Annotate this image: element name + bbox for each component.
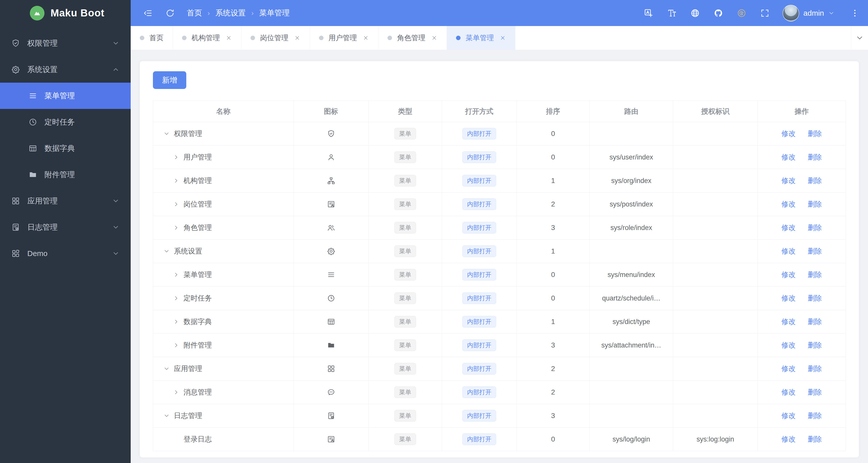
delete-link[interactable]: 删除 — [808, 435, 822, 443]
expand-row-icon[interactable] — [172, 153, 181, 161]
sidebar-item-系统设置[interactable]: 系统设置 — [0, 56, 131, 83]
github-icon[interactable] — [713, 7, 724, 19]
sidebar-item-附件管理[interactable]: 附件管理 — [0, 161, 131, 188]
avatar[interactable] — [782, 5, 799, 22]
menu-name: 日志管理 — [174, 411, 202, 421]
perm-value: sys:log:login — [673, 428, 758, 451]
delete-link[interactable]: 删除 — [808, 177, 822, 185]
open-type-badge: 内部打开 — [462, 198, 496, 210]
route-value: quartz/schedule/i… — [590, 286, 673, 310]
table-row: 附件管理 菜单 内部打开 3 sys/attachment/in… 修改 删除 — [153, 334, 846, 357]
tab-用户管理[interactable]: 用户管理 — [310, 26, 378, 50]
edit-link[interactable]: 修改 — [781, 224, 796, 232]
collapse-row-icon[interactable] — [162, 365, 171, 373]
edit-link[interactable]: 修改 — [781, 341, 796, 349]
delete-link[interactable]: 删除 — [808, 130, 822, 137]
edit-link[interactable]: 修改 — [781, 435, 796, 443]
fullscreen-icon[interactable] — [759, 7, 770, 19]
gitee-icon[interactable] — [736, 7, 747, 19]
globe-icon[interactable] — [689, 7, 701, 19]
breadcrumb-section[interactable]: 系统设置 — [215, 8, 246, 18]
delete-link[interactable]: 删除 — [808, 318, 822, 326]
sidebar-item-数据字典[interactable]: 数据字典 — [0, 135, 131, 161]
delete-link[interactable]: 删除 — [808, 153, 822, 161]
chevron-down-icon — [112, 250, 120, 257]
delete-link[interactable]: 删除 — [808, 341, 822, 349]
tab-菜单管理[interactable]: 菜单管理 — [447, 26, 516, 50]
edit-link[interactable]: 修改 — [781, 177, 796, 185]
delete-link[interactable]: 删除 — [808, 412, 822, 420]
edit-link[interactable]: 修改 — [781, 271, 796, 278]
expand-row-icon[interactable] — [172, 270, 181, 279]
route-value — [590, 122, 673, 146]
tab-close-icon[interactable] — [294, 35, 301, 41]
tab-首页[interactable]: 首页 — [131, 26, 173, 50]
edit-link[interactable]: 修改 — [781, 130, 796, 137]
menu-fold-icon[interactable] — [142, 7, 153, 19]
edit-link[interactable]: 修改 — [781, 200, 796, 208]
expand-row-icon[interactable] — [172, 177, 181, 185]
tab-close-icon[interactable] — [431, 35, 438, 41]
menu-name: 登录日志 — [184, 434, 212, 444]
delete-link[interactable]: 删除 — [808, 271, 822, 278]
tab-list-dropdown[interactable] — [851, 26, 868, 50]
tab-label: 菜单管理 — [466, 33, 494, 43]
delete-link[interactable]: 删除 — [808, 224, 822, 232]
add-button[interactable]: 新增 — [153, 71, 186, 89]
delete-link[interactable]: 删除 — [808, 388, 822, 396]
route-value: sys/dict/type — [590, 310, 673, 334]
sidebar-item-label: 附件管理 — [44, 169, 120, 180]
translate-icon[interactable] — [643, 7, 654, 19]
sidebar-item-菜单管理[interactable]: 菜单管理 — [0, 83, 131, 109]
delete-link[interactable]: 删除 — [808, 247, 822, 255]
delete-link[interactable]: 删除 — [808, 200, 822, 208]
route-value — [590, 381, 673, 404]
column-header: 类型 — [369, 101, 442, 122]
type-badge: 菜单 — [394, 175, 416, 187]
sidebar-item-定时任务[interactable]: 定时任务 — [0, 109, 131, 135]
refresh-icon[interactable] — [164, 7, 176, 19]
tab-角色管理[interactable]: 角色管理 — [378, 26, 447, 50]
more-options-icon[interactable] — [849, 7, 860, 19]
breadcrumb-home[interactable]: 首页 — [187, 8, 202, 18]
sidebar-item-权限管理[interactable]: 权限管理 — [0, 30, 131, 56]
font-size-icon[interactable] — [666, 7, 677, 19]
edit-link[interactable]: 修改 — [781, 365, 796, 373]
user-menu[interactable]: admin — [782, 5, 835, 22]
perm-value — [673, 122, 758, 146]
perm-value — [673, 263, 758, 286]
expand-row-icon[interactable] — [172, 223, 181, 232]
expand-row-icon[interactable] — [172, 388, 181, 397]
edit-link[interactable]: 修改 — [781, 153, 796, 161]
expand-row-icon[interactable] — [172, 341, 181, 349]
sidebar-item-日志管理[interactable]: 日志管理 — [0, 214, 131, 240]
collapse-row-icon[interactable] — [162, 411, 171, 420]
tab-close-icon[interactable] — [225, 35, 232, 41]
edit-link[interactable]: 修改 — [781, 388, 796, 396]
edit-link[interactable]: 修改 — [781, 318, 796, 326]
delete-link[interactable]: 删除 — [808, 294, 822, 302]
table-header: 名称图标类型打开方式排序路由授权标识操作 — [153, 101, 846, 122]
table-header-row: 名称图标类型打开方式排序路由授权标识操作 — [153, 101, 846, 122]
edit-link[interactable]: 修改 — [781, 247, 796, 255]
topbar-actions: admin — [643, 5, 860, 22]
expand-row-icon[interactable] — [172, 317, 181, 326]
logo-mountain-icon — [30, 6, 44, 21]
tab-岗位管理[interactable]: 岗位管理 — [241, 26, 310, 50]
edit-link[interactable]: 修改 — [781, 294, 796, 302]
menu-name: 岗位管理 — [184, 199, 212, 209]
open-type-badge: 内部打开 — [462, 387, 496, 398]
tabbar-spacer — [516, 26, 851, 50]
tab-close-icon[interactable] — [363, 35, 369, 41]
tab-close-icon[interactable] — [499, 35, 506, 41]
expand-row-icon[interactable] — [172, 200, 181, 209]
sidebar-item-应用管理[interactable]: 应用管理 — [0, 188, 131, 214]
edit-link[interactable]: 修改 — [781, 412, 796, 420]
type-badge: 菜单 — [394, 363, 416, 375]
collapse-row-icon[interactable] — [162, 129, 171, 138]
collapse-row-icon[interactable] — [162, 247, 171, 255]
expand-row-icon[interactable] — [172, 294, 181, 303]
sidebar-item-Demo[interactable]: Demo — [0, 240, 131, 267]
delete-link[interactable]: 删除 — [808, 365, 822, 373]
tab-机构管理[interactable]: 机构管理 — [173, 26, 241, 50]
